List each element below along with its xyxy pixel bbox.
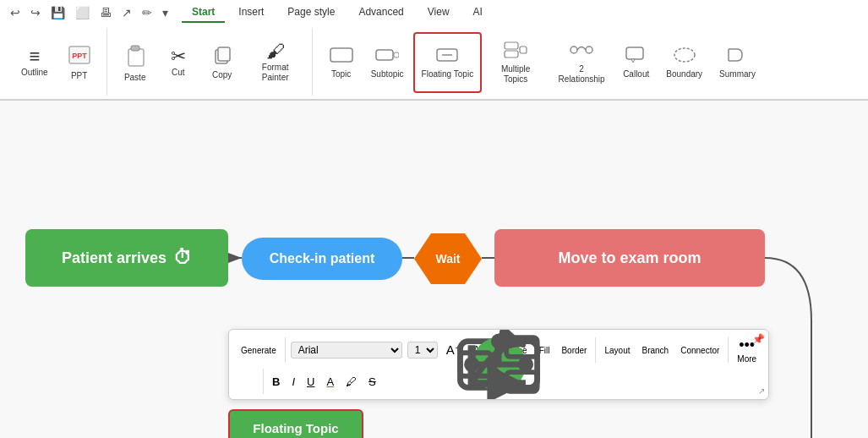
subtopic-button[interactable]: Subtopic: [363, 32, 412, 93]
fill-button[interactable]: Fill: [536, 344, 554, 357]
cut-button[interactable]: ✂ Cut: [158, 32, 199, 93]
ribbon-toolbar: ≡ Outline PPT PPT Paste ✂ Cut: [0, 25, 868, 100]
node-checkin-patient[interactable]: Check-in patient: [242, 238, 402, 280]
tab-page-style[interactable]: Page style: [277, 3, 345, 23]
print-button[interactable]: 🖶: [96, 4, 115, 21]
font-decrease-button[interactable]: A⁻: [470, 342, 489, 358]
new-button[interactable]: ⬜: [72, 4, 93, 21]
font-color-button[interactable]: A: [323, 374, 337, 390]
font-selector[interactable]: Arial Times New Roman Calibri: [291, 342, 402, 359]
branch-button[interactable]: Branch: [638, 344, 672, 357]
ppt-icon: PPT: [68, 43, 91, 69]
underline-button[interactable]: U: [303, 374, 318, 390]
redo-button[interactable]: ↪: [27, 4, 44, 21]
edit-button[interactable]: ✏: [139, 4, 156, 21]
cut-label: Cut: [172, 68, 185, 78]
subtopic-icon: [375, 46, 399, 68]
relationship-icon: [570, 41, 593, 63]
svg-rect-18: [626, 47, 643, 59]
topic-button[interactable]: Topic: [321, 32, 362, 93]
border-button[interactable]: Border: [558, 344, 590, 357]
branch-label: Branch: [641, 346, 669, 355]
toolbar-separator: [285, 337, 286, 363]
fill-label: Fill: [539, 346, 550, 355]
multiple-topics-label: Multiple Topics: [491, 64, 540, 85]
layout-label: Layout: [604, 346, 630, 355]
svg-rect-9: [376, 50, 393, 60]
svg-point-20: [674, 48, 695, 62]
connector-label: Connector: [680, 346, 719, 355]
generate-button[interactable]: Generate: [237, 344, 280, 357]
connector-button[interactable]: Connector: [677, 344, 723, 357]
tab-ai[interactable]: AI: [463, 3, 493, 23]
tab-bar: ↩ ↪ 💾 ⬜ 🖶 ↗ ✏ ▾ Start Insert Page style …: [0, 0, 868, 25]
boundary-icon: [673, 46, 696, 68]
clipboard-group: Paste ✂ Cut Copy 🖌 Format Painter: [109, 29, 313, 96]
font-increase-button[interactable]: A⁺: [443, 341, 465, 359]
undo-button[interactable]: ↩: [7, 4, 24, 21]
highlight-button[interactable]: 🖊: [342, 374, 360, 390]
ppt-label: PPT: [71, 71, 87, 81]
svg-rect-3: [128, 49, 144, 66]
pin-button[interactable]: 📌: [752, 333, 765, 345]
strikethrough-button[interactable]: S: [365, 374, 379, 390]
tab-insert[interactable]: Insert: [228, 3, 274, 23]
svg-point-16: [570, 47, 577, 53]
italic-button[interactable]: I: [288, 374, 298, 390]
tab-advanced[interactable]: Advanced: [348, 3, 413, 23]
floating-topic-label: Floating Topic: [422, 69, 474, 79]
paste-button[interactable]: Paste: [116, 32, 155, 93]
font-size-selector[interactable]: 12 14 16 18: [407, 342, 438, 359]
svg-rect-10: [394, 52, 399, 57]
save-button[interactable]: 💾: [47, 4, 68, 21]
svg-point-17: [586, 47, 592, 53]
format-painter-icon: 🖌: [266, 42, 285, 61]
format-painter-button[interactable]: 🖌 Format Painter: [246, 32, 305, 93]
summary-icon: [725, 46, 749, 68]
paste-label: Paste: [124, 73, 146, 83]
svg-rect-13: [505, 42, 518, 49]
copy-icon: [212, 45, 232, 68]
float-toolbar-row1: Generate Arial Times New Roman Calibri 1…: [237, 335, 760, 365]
boundary-button[interactable]: Boundary: [658, 32, 710, 93]
tb-sep-b: [263, 369, 264, 394]
canvas-area[interactable]: Patient arrives ⏱ Check-in patient Wait …: [0, 101, 868, 438]
expand-button[interactable]: ↗: [758, 386, 765, 396]
boundary-label: Boundary: [666, 69, 702, 79]
more-quick-button[interactable]: ▾: [159, 4, 172, 21]
view-group: ≡ Outline PPT PPT: [7, 29, 107, 96]
callout-button[interactable]: Callout: [615, 32, 657, 93]
multiple-topics-button[interactable]: Multiple Topics: [483, 32, 548, 93]
copy-button[interactable]: Copy: [202, 32, 243, 93]
outline-button[interactable]: ≡ Outline: [14, 32, 56, 93]
floating-toolbar: 📌 Generate Arial Times New Roman Calibri…: [228, 329, 769, 400]
quick-access-toolbar: ↩ ↪ 💾 ⬜ 🖶 ↗ ✏ ▾: [7, 4, 172, 21]
node-move-to-exam[interactable]: Move to exam room: [494, 229, 765, 287]
toolbar-separator3: [595, 337, 596, 363]
relationship-button[interactable]: 2 Relationship: [549, 32, 614, 93]
node-patient-arrives[interactable]: Patient arrives ⏱: [25, 229, 228, 287]
svg-marker-19: [631, 59, 635, 63]
toolbar-separator2: [494, 337, 494, 363]
summary-button[interactable]: Summary: [712, 32, 763, 93]
more-label: More: [737, 354, 756, 364]
shape-label: Shape: [503, 346, 527, 355]
callout-icon: [625, 46, 648, 68]
toolbar-separator4: [728, 337, 729, 363]
node-wait1[interactable]: Wait: [414, 233, 482, 284]
shape-button[interactable]: Shape: [500, 344, 531, 357]
floating-topic-button[interactable]: Floating Topic: [413, 32, 483, 93]
format-painter-label: Format Painter: [254, 63, 298, 83]
svg-rect-8: [330, 48, 352, 62]
layout-button[interactable]: Layout: [601, 344, 633, 357]
node-floating-topic[interactable]: Floating Topic: [228, 409, 363, 438]
outline-icon: ≡: [29, 47, 40, 66]
callout-label: Callout: [623, 69, 649, 79]
tab-view[interactable]: View: [418, 3, 460, 23]
topic-icon: [330, 46, 353, 68]
tab-start[interactable]: Start: [182, 3, 225, 23]
floating-topic-icon: [435, 46, 459, 68]
ppt-button[interactable]: PPT PPT: [59, 32, 100, 93]
bold-button[interactable]: B: [269, 374, 283, 390]
export-button[interactable]: ↗: [118, 4, 135, 21]
